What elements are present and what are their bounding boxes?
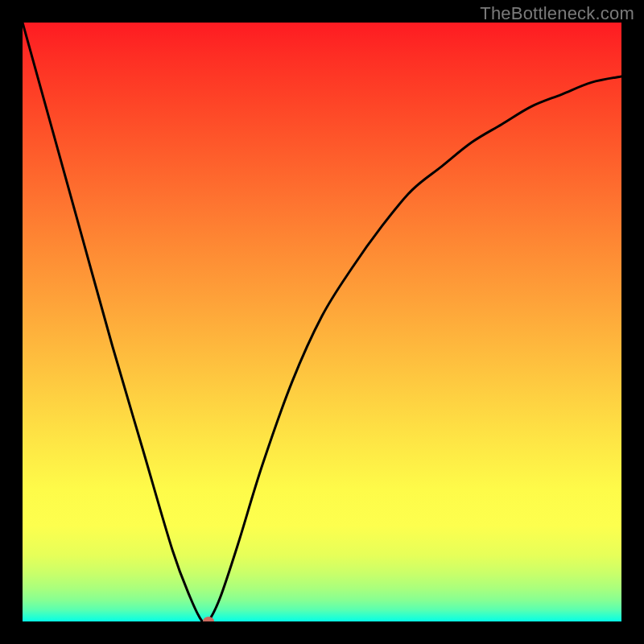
watermark-text: TheBottleneck.com xyxy=(480,3,634,24)
chart-frame: TheBottleneck.com xyxy=(0,0,644,644)
bottleneck-curve-line xyxy=(23,23,621,621)
curve-svg xyxy=(23,23,621,621)
plot-area xyxy=(23,23,621,621)
minimum-marker xyxy=(203,617,214,621)
